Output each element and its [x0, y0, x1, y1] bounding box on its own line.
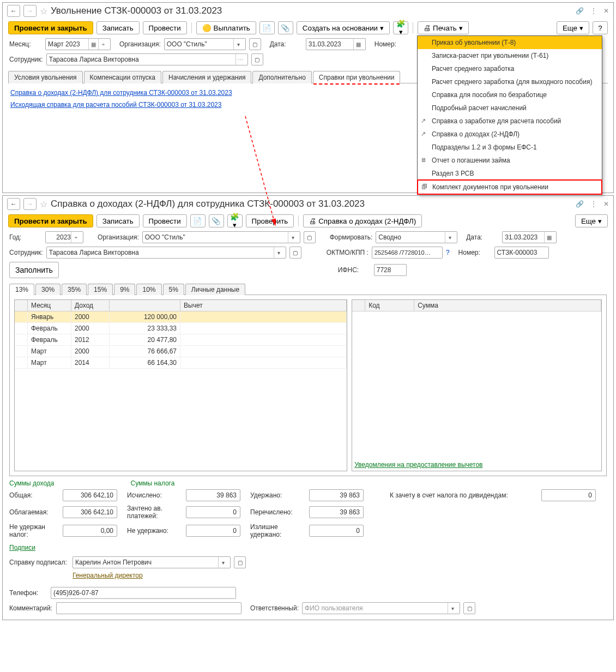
- taxable-field[interactable]: 306 642,10: [63, 506, 117, 518]
- calendar-icon[interactable]: ▦: [544, 232, 554, 243]
- credit-field[interactable]: 0: [541, 489, 596, 501]
- trans-field[interactable]: 39 863: [309, 506, 364, 518]
- comment-field[interactable]: [56, 602, 241, 614]
- spinner-icon[interactable]: ÷: [71, 232, 81, 243]
- dropdown-icon[interactable]: ▾: [448, 603, 457, 614]
- sign-open-button[interactable]: ▢: [234, 556, 246, 568]
- tree-icon-button[interactable]: 🧩▾: [393, 21, 408, 34]
- table-row[interactable]: Февраль200023 333,33: [15, 323, 347, 334]
- sign-pos[interactable]: Генеральный директор: [73, 572, 143, 579]
- menu-item[interactable]: Приказ об увольнении (Т-8): [418, 36, 602, 49]
- tel-field[interactable]: (495)926-07-87: [51, 587, 236, 599]
- num-field[interactable]: СТЗК-000003: [494, 247, 549, 259]
- save-button[interactable]: Записать: [96, 21, 140, 34]
- post-button[interactable]: Провести: [143, 214, 187, 227]
- emp-field[interactable]: Тарасова Лариса Викторовна⋯: [46, 53, 248, 65]
- menu-item[interactable]: Справка для пособия по безработице: [418, 88, 602, 101]
- nav-fwd[interactable]: →: [23, 5, 37, 17]
- nav-back[interactable]: ←: [7, 5, 20, 17]
- more-button[interactable]: Еще ▾: [575, 214, 608, 227]
- year-field[interactable]: 2023÷: [45, 231, 83, 243]
- rate-tab[interactable]: 13%: [9, 284, 34, 295]
- rate-tab[interactable]: 10%: [136, 284, 161, 295]
- sign-who-field[interactable]: Карелин Антон Петрович▾: [73, 556, 231, 568]
- table-row[interactable]: Март201466 164,30: [15, 357, 347, 369]
- month-field[interactable]: Март 2023▦÷: [45, 38, 111, 50]
- kebab-icon[interactable]: ⋮: [590, 200, 597, 208]
- form-field[interactable]: Сводно▾: [376, 231, 457, 243]
- menu-item[interactable]: ↗Справка о заработке для расчета пособий: [418, 115, 602, 128]
- emp-open-button[interactable]: ▢: [251, 53, 263, 65]
- dropdown-icon[interactable]: ▾: [288, 232, 298, 243]
- spinner-icon[interactable]: ÷: [98, 39, 108, 50]
- tree-icon-button[interactable]: 🧩▾: [227, 214, 243, 227]
- menu-item[interactable]: ↗Справка о доходах (2-НДФЛ): [418, 128, 602, 141]
- table-row[interactable]: Март200076 666,67: [15, 346, 347, 357]
- resp-open-button[interactable]: ▢: [463, 602, 475, 614]
- org-open-button[interactable]: ▢: [304, 231, 316, 243]
- emp-open-button[interactable]: ▢: [289, 247, 301, 259]
- tab-accruals[interactable]: Начисления и удержания: [162, 71, 251, 83]
- rate-tab[interactable]: Личные данные: [185, 284, 245, 295]
- pay-button[interactable]: 🟡Выплатить: [196, 21, 256, 34]
- star-icon[interactable]: ☆: [40, 6, 47, 16]
- calendar-icon[interactable]: ▦: [353, 39, 363, 50]
- rate-tab[interactable]: 35%: [62, 284, 87, 295]
- table-row[interactable]: Февраль201220 477,80: [15, 334, 347, 346]
- print-ref-button[interactable]: 🖨 Справка о доходах (2-НДФЛ): [303, 214, 422, 227]
- print-button[interactable]: 🖨 Печать ▾: [418, 21, 469, 34]
- clip-icon-button[interactable]: 📎: [209, 214, 224, 227]
- tab-conditions[interactable]: Условия увольнения: [8, 71, 83, 83]
- menu-item[interactable]: 🗐Комплект документов при увольнении: [417, 179, 602, 195]
- help-button[interactable]: ?: [593, 21, 608, 34]
- tab-references[interactable]: Справки при увольнении: [313, 71, 401, 83]
- rate-tab[interactable]: 30%: [35, 284, 61, 295]
- over-field[interactable]: 0: [309, 525, 364, 537]
- oktmo-field[interactable]: 2525468 /7728010…: [372, 247, 443, 259]
- menu-item[interactable]: Расчет среднего заработка: [418, 62, 602, 75]
- close-icon[interactable]: ✕: [603, 200, 609, 208]
- org-field[interactable]: ООО "Стиль"▾: [142, 231, 300, 243]
- notheld-field[interactable]: 0: [186, 525, 240, 537]
- table-row[interactable]: Январь2000120 000,00: [15, 311, 347, 323]
- more-button[interactable]: Еще ▾: [557, 21, 589, 34]
- ellipsis-icon[interactable]: ⋯: [235, 54, 245, 65]
- emp-field[interactable]: Тарасова Лариса Викторовна▾: [46, 247, 286, 259]
- tab-compensation[interactable]: Компенсации отпуска: [84, 71, 161, 83]
- post-close-button[interactable]: Провести и закрыть: [8, 214, 93, 227]
- org-field[interactable]: ООО "Стиль"▾: [164, 38, 246, 50]
- clip-icon-button[interactable]: 📎: [278, 21, 293, 34]
- star-icon[interactable]: ☆: [40, 199, 47, 209]
- resp-field[interactable]: ФИО пользователя▾: [302, 602, 460, 614]
- sign-header[interactable]: Подписи: [9, 544, 35, 551]
- dropdown-icon[interactable]: ▾: [274, 247, 283, 258]
- link-icon[interactable]: 🔗: [576, 7, 584, 15]
- held-field[interactable]: 39 863: [309, 489, 364, 501]
- rate-tab[interactable]: 9%: [114, 284, 135, 295]
- doc-icon-button[interactable]: 📄: [190, 214, 206, 227]
- create-based-button[interactable]: Создать на основании ▾: [297, 21, 390, 34]
- total-field[interactable]: 306 642,10: [63, 489, 117, 501]
- nav-back[interactable]: ←: [7, 198, 20, 210]
- post-close-button[interactable]: Провести и закрыть: [8, 21, 93, 34]
- menu-item[interactable]: Раздел 3 РСВ: [418, 167, 602, 180]
- dropdown-icon[interactable]: ▾: [445, 232, 455, 243]
- menu-item[interactable]: Подробный расчет начислений: [418, 101, 602, 115]
- date-field[interactable]: 31.03.2023▦: [306, 38, 366, 50]
- date-field[interactable]: 31.03.2023▦: [502, 231, 557, 243]
- check-button[interactable]: Проверить: [246, 214, 294, 227]
- menu-item[interactable]: 🗎Отчет о погашении займа: [418, 154, 602, 167]
- dropdown-icon[interactable]: ▾: [233, 39, 243, 50]
- calc-field[interactable]: 39 863: [186, 489, 240, 501]
- rate-tab[interactable]: 15%: [88, 284, 113, 295]
- ifns-field[interactable]: 7728: [374, 264, 407, 276]
- doc-icon-button[interactable]: 📄: [259, 21, 275, 34]
- rate-tab[interactable]: 5%: [163, 284, 184, 295]
- save-button[interactable]: Записать: [96, 214, 140, 227]
- notax-field[interactable]: 0,00: [63, 525, 117, 537]
- dropdown-icon[interactable]: ▾: [218, 557, 228, 568]
- nav-fwd[interactable]: →: [23, 198, 37, 210]
- calendar-icon[interactable]: ▦: [88, 39, 98, 50]
- close-icon[interactable]: ✕: [603, 7, 609, 15]
- menu-item[interactable]: Подразделы 1.2 и 3 формы ЕФС-1: [418, 141, 602, 154]
